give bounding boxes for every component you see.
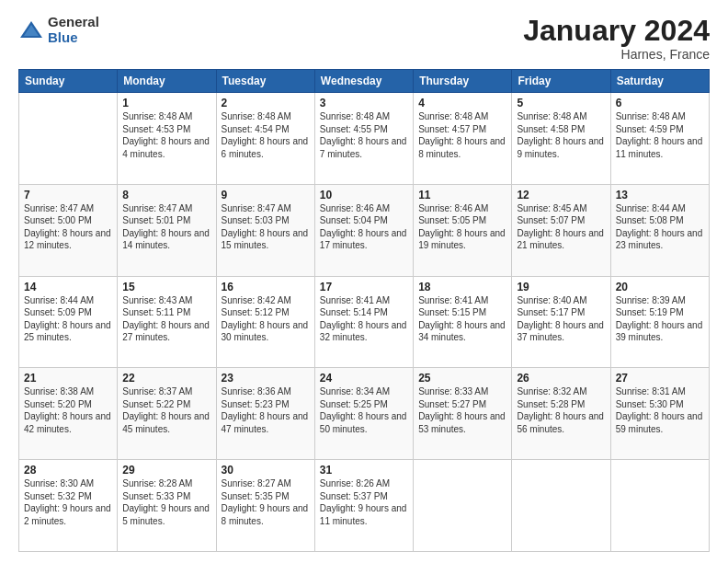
calendar-page: General Blue January 2024 Harnes, France… xyxy=(0,0,728,563)
day-info: Sunrise: 8:32 AMSunset: 5:28 PMDaylight:… xyxy=(517,386,604,434)
day-info: Sunrise: 8:44 AMSunset: 5:08 PMDaylight:… xyxy=(616,203,703,251)
day-info: Sunrise: 8:42 AMSunset: 5:12 PMDaylight:… xyxy=(222,295,309,343)
day-info: Sunrise: 8:48 AMSunset: 4:59 PMDaylight:… xyxy=(616,111,703,159)
col-saturday: Saturday xyxy=(610,70,709,93)
col-monday: Monday xyxy=(118,70,216,93)
table-row: 1 Sunrise: 8:48 AMSunset: 4:53 PMDayligh… xyxy=(118,93,216,185)
table-row: 27 Sunrise: 8:31 AMSunset: 5:30 PMDaylig… xyxy=(610,368,709,460)
table-row: 11 Sunrise: 8:46 AMSunset: 5:05 PMDaylig… xyxy=(414,184,512,276)
day-number: 29 xyxy=(122,464,210,477)
day-number: 4 xyxy=(418,97,506,109)
day-number: 5 xyxy=(517,97,605,109)
logo-general: General xyxy=(48,15,99,30)
day-info: Sunrise: 8:31 AMSunset: 5:30 PMDaylight:… xyxy=(616,386,703,434)
day-number: 15 xyxy=(122,281,210,293)
table-row: 6 Sunrise: 8:48 AMSunset: 4:59 PMDayligh… xyxy=(610,93,709,185)
day-info: Sunrise: 8:27 AMSunset: 5:35 PMDaylight:… xyxy=(222,478,309,526)
table-row: 12 Sunrise: 8:45 AMSunset: 5:07 PMDaylig… xyxy=(512,184,610,276)
table-row: 22 Sunrise: 8:37 AMSunset: 5:22 PMDaylig… xyxy=(118,368,216,460)
day-number: 23 xyxy=(222,372,310,385)
day-info: Sunrise: 8:48 AMSunset: 4:58 PMDaylight:… xyxy=(517,111,604,159)
calendar-row: 7 Sunrise: 8:47 AMSunset: 5:00 PMDayligh… xyxy=(19,184,710,276)
calendar-row: 14 Sunrise: 8:44 AMSunset: 5:09 PMDaylig… xyxy=(19,276,710,368)
day-info: Sunrise: 8:45 AMSunset: 5:07 PMDaylight:… xyxy=(517,203,604,251)
day-info: Sunrise: 8:37 AMSunset: 5:22 PMDaylight:… xyxy=(122,386,210,434)
day-info: Sunrise: 8:38 AMSunset: 5:20 PMDaylight:… xyxy=(24,386,111,434)
day-info: Sunrise: 8:41 AMSunset: 5:15 PMDaylight:… xyxy=(418,295,506,343)
day-info: Sunrise: 8:33 AMSunset: 5:27 PMDaylight:… xyxy=(418,386,506,434)
calendar-row: 1 Sunrise: 8:48 AMSunset: 4:53 PMDayligh… xyxy=(19,93,710,185)
day-number: 27 xyxy=(616,372,704,385)
col-sunday: Sunday xyxy=(19,70,118,93)
calendar-row: 28 Sunrise: 8:30 AMSunset: 5:32 PMDaylig… xyxy=(19,460,710,552)
day-info: Sunrise: 8:48 AMSunset: 4:57 PMDaylight:… xyxy=(418,111,506,159)
day-number: 24 xyxy=(320,372,408,385)
day-info: Sunrise: 8:47 AMSunset: 5:00 PMDaylight:… xyxy=(24,203,111,251)
day-info: Sunrise: 8:44 AMSunset: 5:09 PMDaylight:… xyxy=(24,295,111,343)
month-title: January 2024 xyxy=(523,15,710,47)
day-number: 10 xyxy=(320,189,408,201)
table-row: 30 Sunrise: 8:27 AMSunset: 5:35 PMDaylig… xyxy=(216,460,314,552)
day-info: Sunrise: 8:34 AMSunset: 5:25 PMDaylight:… xyxy=(320,386,407,434)
table-row: 2 Sunrise: 8:48 AMSunset: 4:54 PMDayligh… xyxy=(216,93,314,185)
day-number: 2 xyxy=(222,97,310,109)
calendar-row: 21 Sunrise: 8:38 AMSunset: 5:20 PMDaylig… xyxy=(19,368,710,460)
table-row xyxy=(512,460,610,552)
calendar-table: Sunday Monday Tuesday Wednesday Thursday… xyxy=(18,69,710,552)
table-row: 15 Sunrise: 8:43 AMSunset: 5:11 PMDaylig… xyxy=(118,276,216,368)
day-number: 16 xyxy=(222,281,310,293)
table-row: 14 Sunrise: 8:44 AMSunset: 5:09 PMDaylig… xyxy=(19,276,118,368)
table-row: 23 Sunrise: 8:36 AMSunset: 5:23 PMDaylig… xyxy=(216,368,314,460)
col-friday: Friday xyxy=(512,70,610,93)
day-number: 14 xyxy=(24,281,112,293)
day-number: 7 xyxy=(24,189,112,201)
day-info: Sunrise: 8:41 AMSunset: 5:14 PMDaylight:… xyxy=(320,295,407,343)
table-row: 20 Sunrise: 8:39 AMSunset: 5:19 PMDaylig… xyxy=(610,276,709,368)
day-info: Sunrise: 8:40 AMSunset: 5:17 PMDaylight:… xyxy=(517,295,604,343)
table-row: 26 Sunrise: 8:32 AMSunset: 5:28 PMDaylig… xyxy=(512,368,610,460)
day-info: Sunrise: 8:47 AMSunset: 5:03 PMDaylight:… xyxy=(222,203,309,251)
col-wednesday: Wednesday xyxy=(314,70,413,93)
day-number: 6 xyxy=(616,97,704,109)
day-number: 13 xyxy=(616,189,704,201)
table-row: 3 Sunrise: 8:48 AMSunset: 4:55 PMDayligh… xyxy=(314,93,413,185)
table-row: 18 Sunrise: 8:41 AMSunset: 5:15 PMDaylig… xyxy=(414,276,512,368)
table-row: 10 Sunrise: 8:46 AMSunset: 5:04 PMDaylig… xyxy=(314,184,413,276)
table-row: 28 Sunrise: 8:30 AMSunset: 5:32 PMDaylig… xyxy=(19,460,118,552)
table-row: 25 Sunrise: 8:33 AMSunset: 5:27 PMDaylig… xyxy=(414,368,512,460)
day-info: Sunrise: 8:48 AMSunset: 4:53 PMDaylight:… xyxy=(122,111,210,159)
day-number: 3 xyxy=(320,97,408,109)
day-info: Sunrise: 8:39 AMSunset: 5:19 PMDaylight:… xyxy=(616,295,703,343)
day-number: 17 xyxy=(320,281,408,293)
table-row: 17 Sunrise: 8:41 AMSunset: 5:14 PMDaylig… xyxy=(314,276,413,368)
table-row: 7 Sunrise: 8:47 AMSunset: 5:00 PMDayligh… xyxy=(19,184,118,276)
table-row: 29 Sunrise: 8:28 AMSunset: 5:33 PMDaylig… xyxy=(118,460,216,552)
table-row xyxy=(19,93,118,185)
day-info: Sunrise: 8:47 AMSunset: 5:01 PMDaylight:… xyxy=(122,203,210,251)
day-number: 18 xyxy=(418,281,506,293)
day-number: 9 xyxy=(222,189,310,201)
table-row: 4 Sunrise: 8:48 AMSunset: 4:57 PMDayligh… xyxy=(414,93,512,185)
logo-icon xyxy=(18,17,44,43)
logo: General Blue xyxy=(18,15,99,45)
day-number: 21 xyxy=(24,372,112,385)
day-info: Sunrise: 8:46 AMSunset: 5:05 PMDaylight:… xyxy=(418,203,506,251)
table-row: 8 Sunrise: 8:47 AMSunset: 5:01 PMDayligh… xyxy=(118,184,216,276)
day-info: Sunrise: 8:48 AMSunset: 4:54 PMDaylight:… xyxy=(222,111,309,159)
day-number: 19 xyxy=(517,281,605,293)
day-number: 8 xyxy=(122,189,210,201)
col-tuesday: Tuesday xyxy=(216,70,314,93)
day-number: 28 xyxy=(24,464,112,477)
day-info: Sunrise: 8:28 AMSunset: 5:33 PMDaylight:… xyxy=(122,478,210,526)
table-row: 31 Sunrise: 8:26 AMSunset: 5:37 PMDaylig… xyxy=(314,460,413,552)
header: General Blue January 2024 Harnes, France xyxy=(18,15,710,62)
day-info: Sunrise: 8:30 AMSunset: 5:32 PMDaylight:… xyxy=(24,478,111,526)
day-number: 12 xyxy=(517,189,605,201)
table-row: 19 Sunrise: 8:40 AMSunset: 5:17 PMDaylig… xyxy=(512,276,610,368)
day-number: 26 xyxy=(517,372,605,385)
table-row: 5 Sunrise: 8:48 AMSunset: 4:58 PMDayligh… xyxy=(512,93,610,185)
day-info: Sunrise: 8:43 AMSunset: 5:11 PMDaylight:… xyxy=(122,295,210,343)
day-number: 1 xyxy=(122,97,210,109)
day-number: 11 xyxy=(418,189,506,201)
table-row: 9 Sunrise: 8:47 AMSunset: 5:03 PMDayligh… xyxy=(216,184,314,276)
